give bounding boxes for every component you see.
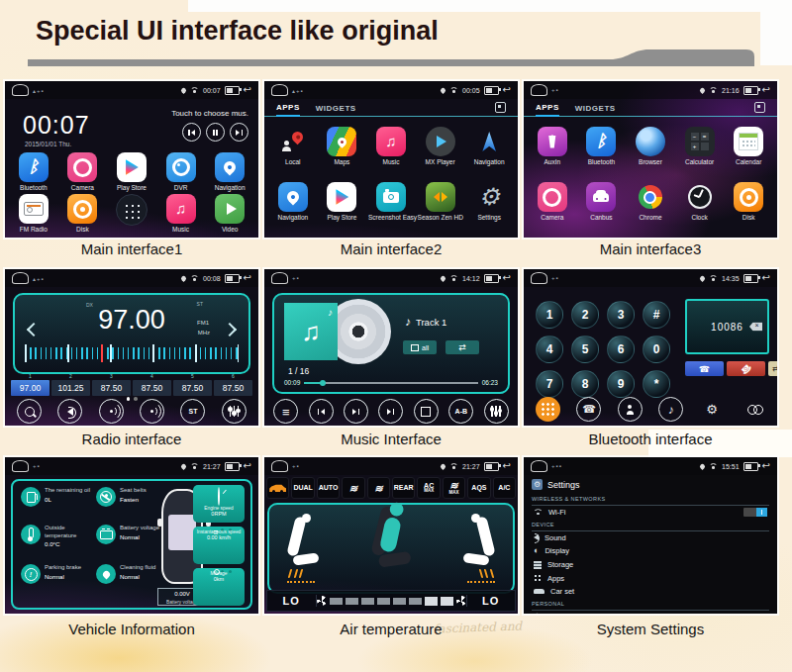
app-dvr[interactable]: DVR — [158, 152, 204, 191]
tab-widgets[interactable]: WIDGETS — [575, 104, 616, 116]
tab-apps[interactable]: APPS — [276, 103, 300, 117]
scan-button[interactable] — [17, 399, 42, 424]
market-icon[interactable] — [495, 102, 506, 113]
app-camera[interactable]: Camera — [59, 152, 105, 191]
app-drawer[interactable] — [109, 194, 154, 233]
app-mx-player[interactable]: MX Player — [418, 127, 463, 165]
fan-level-indicator[interactable] — [317, 596, 466, 606]
key-7[interactable]: 7 — [536, 370, 563, 398]
tab-widgets[interactable]: WIDGETS — [316, 104, 356, 116]
back-icon[interactable]: ↩ — [762, 461, 770, 471]
row-location[interactable]: Location — [524, 611, 777, 614]
right-temp-value[interactable]: LO — [466, 595, 516, 607]
rds-button[interactable] — [99, 399, 124, 424]
key-2[interactable]: 2 — [571, 301, 599, 329]
front-defrost-button[interactable] — [342, 477, 364, 499]
app-navigation[interactable]: Navigation — [270, 182, 316, 221]
next-track-button[interactable] — [230, 123, 248, 142]
windshield-defrost-button[interactable] — [367, 477, 390, 499]
key-9[interactable]: 9 — [607, 370, 635, 398]
app-canbus[interactable]: Canbus — [578, 182, 624, 221]
hangup-button[interactable] — [727, 361, 765, 376]
app-browser[interactable]: Browser — [628, 127, 673, 165]
key-3[interactable]: 3 — [607, 301, 635, 329]
car-mode-button[interactable] — [266, 477, 289, 499]
home-icon[interactable] — [271, 460, 288, 472]
call-log-tab[interactable] — [576, 397, 601, 422]
app-disk[interactable]: Disk — [59, 194, 105, 233]
back-icon[interactable]: ↩ — [244, 273, 251, 283]
ab-repeat-button[interactable]: A-B — [448, 399, 473, 424]
backspace-icon[interactable] — [749, 323, 762, 332]
wifi-toggle[interactable] — [743, 508, 767, 517]
play-pause-button[interactable] — [344, 399, 368, 424]
back-icon[interactable]: ↩ — [244, 461, 251, 471]
key-4[interactable]: 4 — [536, 336, 563, 363]
back-icon[interactable]: ↩ — [503, 461, 511, 471]
prev-track-button[interactable] — [182, 123, 201, 142]
home-icon[interactable] — [531, 460, 547, 472]
app-local[interactable]: Local — [270, 127, 316, 165]
equalizer-button[interactable] — [222, 399, 247, 424]
app-maps[interactable]: Maps — [319, 127, 364, 165]
preset-3[interactable]: 387.50 — [92, 380, 131, 396]
app-fm-radio[interactable]: FM Radio — [11, 194, 56, 233]
preset-4[interactable]: 487.50 — [133, 380, 171, 396]
app-navigation[interactable]: Navigation — [207, 152, 252, 191]
equalizer-button[interactable] — [484, 399, 509, 424]
ac-max-button[interactable]: ACMAX — [417, 477, 440, 499]
passenger-seat[interactable] — [453, 517, 497, 568]
prev-button[interactable] — [309, 399, 334, 424]
app-navigation-arrow[interactable]: Navigation — [466, 127, 512, 165]
home-icon[interactable] — [12, 272, 29, 284]
home-icon[interactable] — [271, 84, 288, 96]
max-fan-button[interactable]: MAX — [443, 477, 465, 499]
frequency-ruler[interactable] — [25, 344, 239, 362]
app-camera[interactable]: Camera — [530, 182, 575, 221]
back-icon[interactable]: ↩ — [503, 273, 511, 283]
auto-button[interactable]: AUTO — [317, 477, 340, 499]
back-icon[interactable]: ↩ — [244, 85, 251, 95]
row-apps[interactable]: Apps — [524, 571, 777, 585]
pty-button[interactable] — [140, 399, 164, 424]
app-bluetooth[interactable]: Bluetooth — [578, 127, 624, 165]
app-bluetooth[interactable]: Bluetooth — [11, 152, 56, 191]
key-1[interactable]: 1 — [536, 301, 563, 329]
app-auxin[interactable]: AuxIn — [530, 127, 575, 165]
loudness-button[interactable] — [57, 399, 82, 424]
bt-settings-tab[interactable] — [699, 397, 724, 422]
app-music[interactable]: Music — [158, 194, 204, 233]
contacts-tab[interactable] — [618, 397, 643, 422]
center-seat[interactable] — [369, 507, 424, 571]
home-icon[interactable] — [531, 84, 547, 96]
preset-2[interactable]: 2101.25 — [51, 380, 90, 396]
key-6[interactable]: 6 — [607, 336, 635, 363]
tab-apps[interactable]: APPS — [536, 103, 559, 117]
back-icon[interactable]: ↩ — [503, 85, 511, 95]
home-icon[interactable] — [12, 460, 29, 472]
row-sound[interactable]: Sound — [524, 531, 777, 545]
app-disk[interactable]: Disk — [726, 182, 771, 221]
app-season-zen[interactable]: Season Zen HD — [418, 182, 463, 221]
app-settings[interactable]: Settings — [466, 182, 512, 221]
key-0[interactable]: 0 — [643, 336, 670, 363]
dialpad-tab[interactable] — [536, 397, 560, 422]
stop-button[interactable] — [414, 399, 439, 424]
row-wifi[interactable]: Wi-Fi — [524, 506, 777, 520]
home-icon[interactable] — [12, 84, 29, 96]
ac-button[interactable]: A/C — [493, 477, 516, 499]
app-play-store[interactable]: Play Store — [319, 182, 364, 221]
pause-button[interactable] — [206, 123, 225, 142]
app-music[interactable]: Music — [368, 127, 414, 165]
preset-5[interactable]: 587.50 — [173, 380, 212, 396]
dual-button[interactable]: DUAL — [291, 477, 314, 499]
aqs-button[interactable]: AQS — [467, 477, 490, 499]
repeat-all-button[interactable]: all — [403, 340, 437, 354]
back-icon[interactable]: ↩ — [762, 85, 770, 95]
app-screenshot-easy[interactable]: Screenshot Easy — [368, 182, 414, 221]
rear-button[interactable]: REAR — [392, 477, 415, 499]
key-8[interactable]: 8 — [571, 370, 599, 398]
stereo-button[interactable]: ST — [180, 399, 205, 424]
row-storage[interactable]: Storage — [524, 558, 777, 572]
home-icon[interactable] — [271, 272, 288, 284]
